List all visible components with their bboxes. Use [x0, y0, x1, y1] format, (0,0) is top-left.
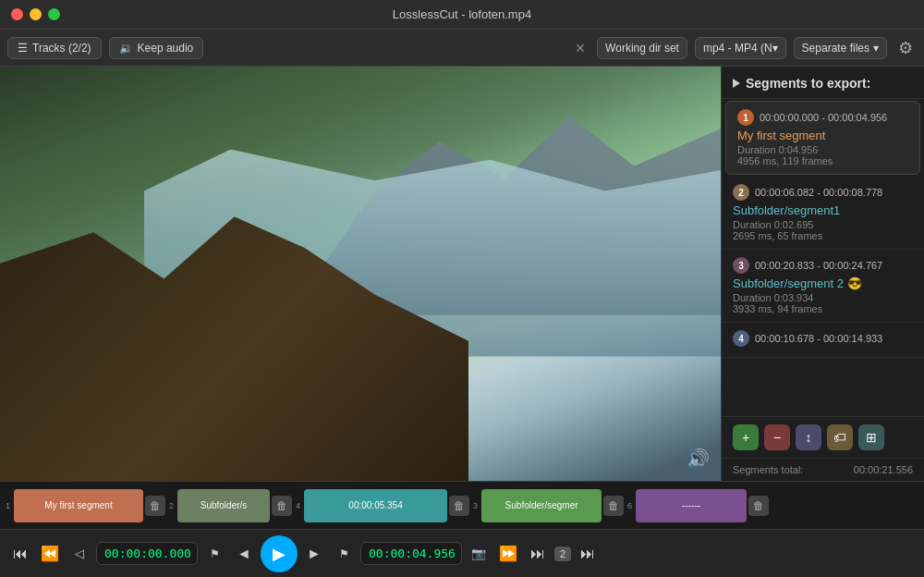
seek-back-button[interactable]: ◄	[231, 541, 257, 567]
timecode-end[interactable]: 00:00:04.956	[360, 542, 462, 565]
right-panel: Segments to export: 1 00:00:00.000 - 00:…	[721, 67, 924, 481]
timeline-segment-1[interactable]: My first segment	[14, 489, 143, 522]
track-num-badge: 2	[554, 546, 571, 561]
close-button[interactable]	[11, 8, 23, 20]
format-select[interactable]: mp4 - MP4 (N▾	[695, 37, 786, 59]
timeline-segment-5-label: ------	[682, 500, 700, 510]
titlebar: LosslessCut - lofoten.mp4	[0, 0, 924, 30]
segment-duration-2: Duration 0:02.695	[733, 219, 913, 230]
segment-item-2[interactable]: 2 00:00:06.082 - 00:00:08.778 Subfolder/…	[722, 177, 924, 250]
delete-segment-3-button[interactable]: 🗑	[449, 496, 469, 516]
frame-forward-button[interactable]: ⏩	[495, 541, 521, 567]
segment-duration-3: Duration 0:03.934	[733, 292, 913, 303]
segment-name-3: Subfolder/segment 2 😎	[733, 276, 913, 290]
settings-button[interactable]: ⚙	[894, 34, 917, 62]
working-dir-tag: Working dir set	[597, 37, 687, 59]
audio-button[interactable]: 🔉 Keep audio	[109, 37, 204, 59]
audio-icon: 🔉	[119, 42, 133, 55]
frame-back-button[interactable]: ◁	[67, 541, 92, 567]
timeline-segment-1-label: My first segment	[44, 500, 112, 510]
chevron-down-icon: ▾	[873, 42, 879, 55]
timeline-segment-3-label: 00:00:05.354	[348, 500, 402, 510]
timeline-marker-6: 6	[626, 501, 634, 510]
video-area: 🔊	[0, 67, 721, 481]
timeline-marker-1: 1	[4, 501, 12, 510]
segment-frames-2: 2695 ms, 65 frames	[733, 230, 913, 241]
remove-segment-button[interactable]: −	[764, 424, 790, 450]
capture-frame-button[interactable]: 📷	[466, 541, 492, 567]
segment-frames-1: 4956 ms, 119 frames	[737, 155, 908, 166]
segment-frames-3: 3933 ms, 94 frames	[733, 303, 913, 314]
timeline-marker-4: 4	[294, 501, 302, 510]
window-title: LosslessCut - lofoten.mp4	[393, 7, 531, 21]
toolbar: ☰ Tracks (2/2) 🔉 Keep audio ✕ Working di…	[0, 30, 924, 67]
segment-actions: + − ↕ 🏷 ⊞	[722, 416, 924, 458]
segment-num-4: 4	[733, 330, 749, 347]
play-button[interactable]: ▶	[261, 535, 298, 572]
timeline-segment-2[interactable]: Subfolder/s	[177, 489, 270, 522]
segment-num-3: 3	[733, 257, 749, 274]
timeline-segment-3[interactable]: 00:00:05.354	[304, 489, 447, 522]
segment-num-1: 1	[737, 109, 754, 126]
timeline-marker-3: 3	[471, 501, 480, 510]
minimize-button[interactable]	[30, 8, 42, 20]
volume-icon: 🔊	[687, 448, 710, 470]
segment-item-4[interactable]: 4 00:00:10.678 - 00:00:14.933	[722, 323, 924, 358]
timeline-marker-2: 2	[167, 501, 176, 510]
add-segment-button[interactable]: +	[733, 424, 759, 450]
segment-num-2: 2	[733, 184, 749, 201]
segment-time-2: 00:00:06.082 - 00:00:08.778	[755, 187, 882, 198]
timeline-segment-2-label: Subfolder/s	[201, 500, 248, 510]
set-end-key-button[interactable]: ⚑	[331, 541, 357, 567]
segment-item-3[interactable]: 3 00:00:20.833 - 00:00:24.767 Subfolder/…	[722, 250, 924, 323]
tag-segment-button[interactable]: 🏷	[827, 424, 853, 450]
segments-header: Segments to export:	[722, 67, 924, 99]
delete-segment-1-button[interactable]: 🗑	[145, 496, 165, 516]
tracks-button[interactable]: ☰ Tracks (2/2)	[7, 37, 102, 59]
reorder-segments-button[interactable]: ↕	[796, 424, 821, 450]
segment-duration-1: Duration 0:04.956	[737, 144, 908, 155]
segments-list: 1 00:00:00.000 - 00:00:04.956 My first s…	[722, 99, 924, 416]
step-back-button[interactable]: ⏪	[37, 541, 63, 567]
segment-time-4: 00:00:10.678 - 00:00:14.933	[755, 333, 882, 344]
delete-segment-4-button[interactable]: 🗑	[603, 496, 624, 516]
menu-icon: ☰	[18, 42, 28, 55]
timecode-start[interactable]: 00:00:00.000	[96, 542, 198, 565]
close-tag-button[interactable]: ✕	[571, 39, 590, 57]
timeline-segment-4-label: Subfolder/segmer	[505, 500, 578, 510]
delete-segment-5-button[interactable]: 🗑	[748, 496, 769, 516]
expand-icon	[733, 79, 740, 88]
maximize-button[interactable]	[48, 8, 60, 20]
main-area: 🔊 Segments to export: 1 00:00:00.000 - 0…	[0, 67, 924, 481]
video-preview	[0, 67, 721, 481]
segment-time-3: 00:00:20.833 - 00:00:24.767	[755, 260, 882, 271]
play-icon: ▶	[273, 544, 286, 564]
next-track-button[interactable]: ⏭	[575, 541, 601, 567]
go-to-start-button[interactable]: ⏮	[7, 541, 33, 567]
timeline: 1 My first segment 🗑 2 Subfolder/s 🗑 4 0…	[0, 481, 924, 529]
segments-total: Segments total: 00:00:21.556	[722, 458, 924, 481]
seek-forward-button[interactable]: ►	[301, 541, 327, 567]
segment-name-2: Subfolder/segment1	[733, 203, 913, 217]
delete-segment-2-button[interactable]: 🗑	[272, 496, 292, 516]
controls-bar: ⏮ ⏪ ◁ 00:00:00.000 ⚑ ◄ ▶ ► ⚑ 00:00:04.95…	[0, 529, 924, 577]
go-to-end-button[interactable]: ⏭	[525, 541, 551, 567]
set-start-key-button[interactable]: ⚑	[201, 541, 227, 567]
window-controls	[11, 8, 60, 20]
timeline-segment-5[interactable]: ------	[636, 489, 747, 522]
timeline-segment-4[interactable]: Subfolder/segmer	[481, 489, 602, 522]
output-select[interactable]: Separate files ▾	[794, 37, 887, 59]
segment-time-1: 00:00:00.000 - 00:00:04.956	[760, 112, 887, 123]
segment-name-1: My first segment	[737, 129, 908, 142]
layout-segment-button[interactable]: ⊞	[858, 424, 884, 450]
segment-item-1[interactable]: 1 00:00:00.000 - 00:00:04.956 My first s…	[725, 101, 920, 175]
